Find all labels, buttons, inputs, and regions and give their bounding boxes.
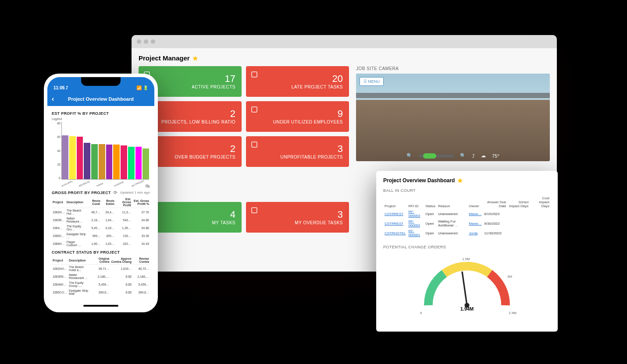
window-dot[interactable] [151,39,155,44]
chart-bar[interactable] [121,145,127,179]
svg-rect-3 [252,107,257,112]
kpi-tile[interactable]: 3MY OVERDUE TASKS [246,202,349,233]
app-header: ‹ Project Overview Dashboard [47,92,154,106]
table-row[interactable]: 1002H…The Beach Hot…40,7…29,4…11,3…27.76 [52,208,150,216]
signal-icons: 📶 🔋 [136,85,148,90]
table-row[interactable]: 1003R…Italian Restaura…2,18…1,64…543…24.… [52,216,150,224]
svg-rect-1 [252,72,257,77]
contract-status-table[interactable]: ProjectDescriptionOrigina ContraApprov C… [52,256,150,296]
chart-bar[interactable] [69,136,76,179]
chart-bar[interactable] [106,145,113,179]
page-title: Project Manager ★ [139,54,550,62]
ball-in-court-label: BALL IN COURT [383,188,551,193]
kpi-tile[interactable]: 3UNPROFITABLE PROJECTS [246,136,349,167]
weather-icon: ☁ [481,153,486,159]
kpi-tiles: 17ACTIVE PROJECTS20LATE PROJECT TASKS2PR… [139,66,349,233]
camera-controls: 🔍 🔍 ⤴ ☁ 75° [356,153,550,159]
table-row[interactable]: CSTRRESTRF-000002OpenWaiting For Additio… [383,219,551,228]
table-row[interactable]: 1004…The Equity Gro…5,45…4,10…1,35…24.80 [52,224,150,232]
profit-chart[interactable]: Legend 806040200 ULTICURR1REVREC02TMR03F… [52,117,150,187]
svg-rect-5 [252,142,257,147]
ball-in-court-table: ProjectRFI IDStatusReasonOwnerAnswer Due… [383,195,551,238]
chart-bar[interactable] [113,145,120,179]
chart-bar[interactable] [91,144,98,179]
back-icon[interactable]: ‹ [52,95,54,103]
chart-bar[interactable] [135,147,142,179]
table-row[interactable]: CSTRRESTRF-000003OpenUnansweredMaxw…8/15… [383,209,551,219]
table-row[interactable]: 1004WI…The Equity Group -…5,459…0.005,45… [52,280,150,288]
table-row[interactable]: 1006H…Flager Custom …1,96…1,63…322…16.43 [52,240,150,247]
gauge-value: 1.94M [383,306,551,311]
refresh-icon[interactable]: ⟳ [114,190,117,195]
popup-title: Project Overview Dashboard ★ [383,177,551,184]
table-row[interactable]: CSTRHOTELRF-000001OpenUnansweredJorda11/… [383,228,551,238]
chart-bar[interactable] [99,144,105,179]
table-row[interactable]: 1005CO…Eastgate Strip Mall399,0…0.00399,… [52,288,150,296]
contract-status-header: CONTRACT STATUS BY PROJECT [52,250,150,254]
pco-label: POTENTIAL CHANGE ORDERS [383,245,551,249]
kpi-tile[interactable]: 20LATE PROJECT TASKS [246,66,349,97]
star-icon[interactable]: ★ [457,177,463,184]
chart-bar[interactable] [84,143,90,180]
chart-bar[interactable] [62,135,68,179]
chart-bar[interactable] [77,137,83,179]
chart-title: EST PROFIT % BY PROJECT [52,111,150,116]
shopping-bag-icon[interactable]: 🛍 [146,184,150,188]
chart-bar[interactable] [128,147,135,179]
gross-profit-header: GROSS PROFIT BY PROJECT ⟳ Updated 1 min … [52,190,150,195]
zoom-in-icon[interactable]: 🔍 [460,153,466,159]
camera-feed[interactable]: ☰ MENU 🔍 🔍 ⤴ ☁ 75° [356,74,550,161]
gross-profit-table[interactable]: ProjectDescriptionRevis ContrRevis Estim… [52,197,150,247]
share-icon[interactable]: ⤴ [472,153,475,159]
overview-popup: Project Overview Dashboard ★ BALL IN COU… [376,171,558,332]
temperature: 75° [492,153,499,159]
kpi-tile[interactable]: 9UNDER UTILIZED EMPLOYEES [246,101,349,132]
chart-bar[interactable] [142,148,149,179]
table-row[interactable]: 1005C…Eastgate Strip …399…265…133…33.39 [52,232,150,240]
table-row[interactable]: 1002HO…The Beach Hotel a…39,71…1,019…40,… [52,265,150,273]
window-dot[interactable] [144,39,148,44]
star-icon[interactable]: ★ [192,55,198,62]
svg-rect-7 [252,208,257,213]
camera-menu-button[interactable]: ☰ MENU [360,77,384,86]
phone-device: 11:06 ⤴ 📶 🔋 ‹ Project Overview Dashboard… [44,74,158,312]
window-chrome [132,35,557,48]
gauge-chart: 0 1.5M 2M 2.9M 1.94M [383,257,551,323]
svg-line-8 [462,272,467,305]
camera-label: JOB SITE CAMERA [356,66,550,71]
zoom-slider[interactable] [419,155,454,157]
home-indicator[interactable] [83,305,118,307]
window-dot[interactable] [137,39,141,44]
zoom-out-icon[interactable]: 🔍 [406,153,413,159]
table-row[interactable]: 1003RE…Italian Restaurant …2,186,…0.002,… [52,272,150,280]
phone-notch [81,77,121,86]
